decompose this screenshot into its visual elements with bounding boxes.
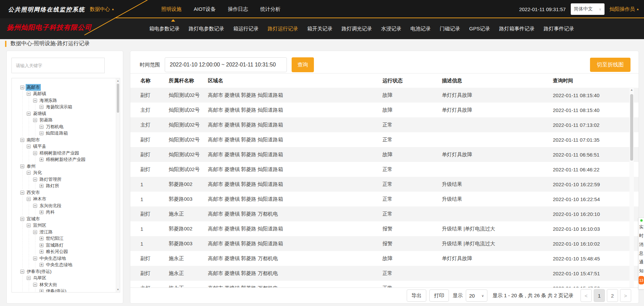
collapse-icon[interactable]: −: [33, 230, 37, 234]
collapse-icon[interactable]: −: [27, 276, 31, 280]
page-button-prev[interactable]: <: [581, 289, 592, 302]
scroll-up-icon[interactable]: ▲: [629, 88, 634, 91]
record-tab[interactable]: 路灯电参数记录: [189, 26, 224, 32]
record-tab[interactable]: 路灯调光记录: [342, 26, 372, 32]
tree-node-label[interactable]: 菱塘镇: [32, 110, 47, 117]
collapse-icon[interactable]: −: [27, 112, 31, 116]
language-select[interactable]: 简体中文 ∨: [571, 3, 605, 15]
table-row[interactable]: 1郭菱路003高邮市 菱塘镇 郭菱路 灿阳道路箱正常升级结果2022-01-10…: [130, 192, 639, 206]
page-button-1[interactable]: 1: [594, 289, 605, 302]
table-row[interactable]: 副灯施永正高邮市 菱塘镇 郭菱路 万都机电故障单灯灯具故障2022-01-10 …: [130, 251, 639, 266]
collapse-icon[interactable]: −: [20, 138, 24, 142]
tree-node-label[interactable]: 澄江路: [38, 229, 54, 235]
tree-node-label[interactable]: 梧桐树新经济产业园: [38, 150, 80, 157]
expand-icon[interactable]: +: [39, 210, 44, 214]
realtime-notification-drawer[interactable]: 实时消息通知 13: [638, 218, 644, 289]
page-button-next[interactable]: >: [620, 289, 631, 302]
datacenter-menu[interactable]: 数据中心▲: [90, 6, 114, 12]
tree-node-label[interactable]: 高邮市: [26, 84, 41, 91]
tree-node-label[interactable]: 尚科: [45, 209, 56, 216]
tree-search-input[interactable]: [11, 58, 105, 73]
collapse-icon[interactable]: −: [33, 283, 37, 287]
expand-icon[interactable]: +: [39, 237, 44, 241]
record-tab[interactable]: 路灯事件记录: [544, 26, 574, 32]
tree-node-label[interactable]: 海潮东路: [38, 97, 58, 104]
tree-node-label[interactable]: 宣城路灯: [45, 242, 64, 249]
export-button[interactable]: 导出: [407, 289, 426, 302]
nav-item[interactable]: 统计分析: [260, 6, 280, 12]
table-row[interactable]: 1郭菱路002高邮市 菱塘镇 郭菱路 灿阳道路箱正常升级结果2022-01-10…: [130, 177, 639, 192]
table-row[interactable]: 主灯灿阳测试02号高邮市 菱塘镇 郭菱路 灿阳道路箱故障单灯灯具故障2022-0…: [130, 103, 639, 117]
collapse-icon[interactable]: −: [33, 151, 37, 155]
collapse-icon[interactable]: −: [20, 191, 24, 195]
tree-node-label[interactable]: 梧桐树新经济产业园: [45, 156, 86, 163]
tree-node-label[interactable]: 镇平县: [32, 143, 47, 150]
record-tab[interactable]: 路灯运行记录: [268, 26, 298, 32]
collapse-icon[interactable]: −: [27, 223, 31, 227]
tree-node-label[interactable]: 郭菱路: [38, 117, 54, 123]
tree-node-label[interactable]: 兴化: [32, 169, 43, 176]
query-button[interactable]: 查询: [292, 57, 314, 72]
collapse-icon[interactable]: −: [39, 105, 44, 109]
table-row[interactable]: 副灯灿阳测试02号高邮市 菱塘镇 郭菱路 灿阳道路箱正常2022-01-11 0…: [130, 132, 639, 147]
expand-icon[interactable]: +: [39, 289, 44, 292]
tree-node-label[interactable]: 伊春市(停运): [26, 268, 53, 275]
user-menu[interactable]: 灿阳操作员▲: [610, 6, 639, 12]
scroll-down-icon[interactable]: ▼: [116, 288, 120, 291]
collapse-icon[interactable]: −: [27, 171, 31, 175]
collapse-icon[interactable]: −: [33, 118, 37, 122]
record-tab[interactable]: 电池记录: [410, 26, 431, 32]
record-tab[interactable]: 箱电参数记录: [149, 26, 180, 32]
tree-node-label[interactable]: 东兴街北段: [38, 202, 62, 209]
table-row[interactable]: 1郭菱路003高邮市 菱塘镇 郭菱路 灿阳道路箱报警升级结果 |单灯电流过大20…: [130, 236, 639, 251]
collapse-icon[interactable]: −: [20, 217, 24, 221]
tree-node-label[interactable]: 泰州: [26, 163, 36, 170]
table-row[interactable]: 副灯施永正高邮市 菱塘镇 郭菱路 万都机电正常2022-01-10 16:20:…: [130, 206, 639, 221]
collapse-icon[interactable]: −: [20, 270, 24, 274]
tree-scrollbar[interactable]: ▲ ▼: [116, 78, 120, 292]
collapse-icon[interactable]: −: [20, 164, 24, 168]
record-tab[interactable]: GPS记录: [469, 26, 490, 32]
expand-icon[interactable]: +: [39, 250, 44, 254]
scroll-up-icon[interactable]: ▲: [116, 79, 120, 82]
tree-node-label[interactable]: 林安大街: [38, 281, 58, 288]
tree-node-label[interactable]: 中央生态绿地: [38, 255, 67, 262]
tree-node-label[interactable]: 西安市: [26, 189, 41, 196]
tree-node-label[interactable]: 世纪阳江: [45, 235, 64, 242]
collapse-icon[interactable]: −: [20, 85, 24, 89]
expand-icon[interactable]: +: [39, 158, 44, 162]
table-scrollbar-thumb[interactable]: [630, 94, 633, 161]
record-tab[interactable]: 箱开关记录: [307, 26, 332, 32]
record-tab[interactable]: 路灯箱事件记录: [499, 26, 535, 32]
table-row[interactable]: 副灯灿阳测试02号高邮市 菱塘镇 郭菱路 灿阳道路箱故障单灯灯具故障2022-0…: [130, 147, 639, 162]
collapse-icon[interactable]: −: [27, 197, 31, 201]
collapse-icon[interactable]: −: [27, 92, 31, 96]
switch-to-line-chart-button[interactable]: 切至折线图: [590, 58, 630, 72]
tree-node-label[interactable]: 宣城市: [26, 216, 41, 222]
table-row[interactable]: 1郭菱路002高邮市 菱塘镇 郭菱路 灿阳道路箱报警升级结果 |单灯电流过大20…: [130, 221, 639, 236]
expand-icon[interactable]: +: [39, 243, 44, 247]
record-tab[interactable]: 箱运行记录: [233, 26, 259, 32]
table-row[interactable]: 副灯施永正高邮市 菱塘镇 郭菱路 万都机电正常2022-01-10 15:47:…: [130, 266, 639, 281]
tree-node-label[interactable]: 伊春(停运): [45, 288, 68, 292]
collapse-icon[interactable]: −: [39, 125, 44, 129]
tree-node-label[interactable]: 路灯管理所: [38, 176, 62, 183]
nav-item[interactable]: AIOT设备: [194, 6, 216, 12]
table-row[interactable]: 主灯施永正高邮市 菱塘镇 郭菱路 万都机电正常2022-01-10 15:47:…: [130, 281, 639, 287]
tree-node-label[interactable]: 海扬院演示箱: [45, 104, 73, 110]
table-row[interactable]: 副灯灿阳测试02号高邮市 菱塘镇 郭菱路 灿阳道路箱故障单灯灯具故障2022-0…: [130, 88, 639, 103]
collapse-icon[interactable]: −: [33, 256, 37, 260]
record-tab[interactable]: 水浸记录: [381, 26, 401, 32]
page-size-select[interactable]: 20 ∨: [466, 289, 487, 302]
tree-node-label[interactable]: 高邮镇: [32, 90, 47, 97]
table-scrollbar[interactable]: ▲: [629, 87, 634, 288]
expand-icon[interactable]: +: [39, 184, 44, 188]
tree-node-label[interactable]: 乌翠区: [32, 275, 47, 281]
tree-scrollbar-thumb[interactable]: [117, 84, 119, 113]
tree-node-label[interactable]: 粮长河公园: [45, 248, 69, 255]
table-row[interactable]: 副灯灿阳测试02号高邮市 菱塘镇 郭菱路 灿阳道路箱正常2022-01-11 0…: [130, 162, 639, 177]
tree-node-label[interactable]: 灿阳道路箱: [45, 130, 69, 137]
time-range-input[interactable]: [165, 57, 287, 72]
tree-node-label[interactable]: 万都机电: [45, 123, 64, 130]
table-row[interactable]: 主灯灿阳测试02号高邮市 菱塘镇 郭菱路 灿阳道路箱正常2022-01-11 0…: [130, 117, 639, 132]
